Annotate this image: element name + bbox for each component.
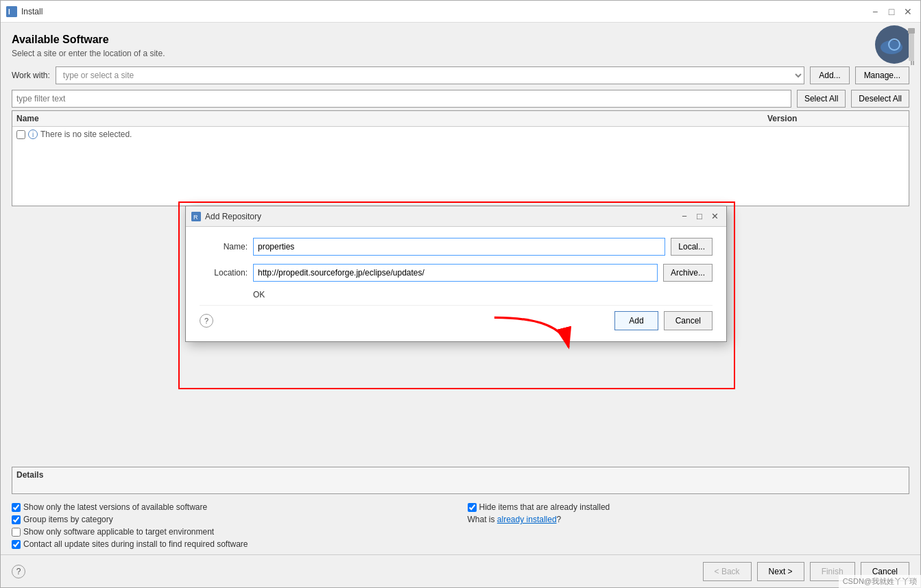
dialog-minimize-button[interactable]: − — [678, 210, 691, 223]
name-label: Name: — [200, 242, 248, 252]
group-category-label: Group items by category — [23, 515, 113, 524]
no-site-text: There is no site selected. — [40, 130, 132, 139]
list-item[interactable]: i There is no site selected. — [12, 127, 909, 142]
what-is-label: What is already installed? — [468, 515, 562, 524]
help-button[interactable]: ? — [12, 565, 25, 578]
minimize-button[interactable]: − — [868, 5, 882, 19]
target-env-label: Show only software applicable to target … — [23, 527, 214, 537]
dialog-maximize-button[interactable]: □ — [693, 210, 706, 223]
name-row: Name: Local... — [200, 238, 713, 256]
close-button[interactable]: ✕ — [901, 5, 915, 19]
window-title: Install — [21, 7, 868, 16]
page-title: Available Software — [12, 34, 909, 46]
option-contact-update: Contact all update sites during install … — [12, 539, 909, 549]
filter-input[interactable] — [12, 90, 791, 108]
back-button[interactable]: < Back — [703, 562, 752, 581]
work-with-label: Work with: — [12, 71, 50, 80]
app-icon: I — [6, 6, 17, 17]
local-button[interactable]: Local... — [671, 238, 713, 256]
svg-rect-6 — [909, 34, 914, 61]
location-label: Location: — [200, 268, 248, 278]
dialog-add-button[interactable]: Add — [614, 311, 658, 330]
deselect-all-button[interactable]: Deselect All — [851, 90, 909, 108]
maximize-button[interactable]: □ — [885, 5, 898, 19]
dialog-cancel-button[interactable]: Cancel — [664, 311, 713, 330]
target-env-checkbox[interactable] — [12, 528, 21, 537]
watermark: CSDN@我就姓丫丫琐 — [839, 575, 921, 588]
option-what-installed: What is already installed? — [468, 515, 910, 524]
archive-button[interactable]: Archive... — [663, 264, 713, 282]
list-content: Name Version i There is no site selected… — [12, 111, 909, 206]
location-input[interactable] — [253, 264, 658, 282]
dialog-action-buttons: Add Cancel — [614, 311, 713, 330]
eclipse-logo-area — [872, 23, 920, 71]
already-installed-link[interactable]: already installed — [497, 515, 557, 524]
dialog-bottom: ? Add Cancel — [200, 305, 713, 330]
svg-rect-8 — [913, 61, 914, 65]
dialog-title-bar: R Add Repository − □ ✕ — [186, 206, 726, 227]
list-header: Name Version — [12, 111, 909, 127]
dialog-help-button[interactable]: ? — [200, 314, 213, 328]
hide-installed-label: Hide items that are already installed — [479, 502, 610, 512]
contact-update-checkbox[interactable] — [12, 540, 21, 549]
name-column-header: Name — [16, 114, 767, 123]
page-subtitle: Select a site or enter the location of a… — [12, 49, 909, 58]
details-label: Details — [16, 470, 905, 480]
select-all-button[interactable]: Select All — [797, 90, 846, 108]
dialog-controls: − □ ✕ — [678, 210, 721, 223]
filter-row: Select All Deselect All — [12, 90, 909, 108]
software-list: Name Version i There is no site selected… — [12, 110, 909, 206]
work-with-row: Work with: type or select a site Add... … — [12, 66, 909, 84]
dialog-title: Add Repository — [205, 212, 678, 221]
bottom-bar: ? < Back Next > Finish Cancel — [1, 554, 920, 587]
options-area: Show only the latest versions of availab… — [12, 497, 909, 554]
option-hide-installed: Hide items that are already installed — [468, 502, 910, 512]
svg-text:I: I — [8, 8, 10, 16]
latest-versions-checkbox[interactable] — [12, 503, 21, 512]
ok-row: OK — [200, 290, 713, 299]
name-input[interactable] — [253, 238, 665, 256]
info-icon: i — [28, 130, 38, 139]
add-repository-dialog: R Add Repository − □ ✕ Name: Local... Lo… — [185, 206, 727, 342]
location-row: Location: Archive... — [200, 264, 713, 282]
option-latest-versions: Show only the latest versions of availab… — [12, 502, 454, 512]
site-select[interactable]: type or select a site — [56, 66, 804, 84]
next-button[interactable]: Next > — [757, 562, 804, 581]
option-group-category: Group items by category — [12, 515, 454, 524]
latest-versions-label: Show only the latest versions of availab… — [23, 502, 207, 512]
contact-update-label: Contact all update sites during install … — [23, 539, 248, 549]
item-checkbox[interactable] — [16, 130, 25, 139]
ok-text: OK — [253, 290, 265, 299]
details-section: Details — [12, 467, 909, 494]
add-button[interactable]: Add... — [810, 66, 849, 84]
svg-rect-7 — [911, 61, 912, 65]
dialog-close-button[interactable]: ✕ — [708, 210, 721, 223]
window-controls: − □ ✕ — [868, 5, 915, 19]
version-column-header: Version — [767, 114, 905, 123]
group-category-checkbox[interactable] — [12, 515, 21, 524]
dialog-icon: R — [191, 212, 201, 221]
svg-rect-5 — [908, 28, 915, 34]
svg-text:R: R — [193, 214, 198, 221]
hide-installed-checkbox[interactable] — [468, 503, 477, 512]
dialog-body: Name: Local... Location: Archive... OK ?… — [186, 227, 726, 341]
title-bar: I Install − □ ✕ — [1, 1, 920, 23]
option-target-env: Show only software applicable to target … — [12, 527, 454, 537]
